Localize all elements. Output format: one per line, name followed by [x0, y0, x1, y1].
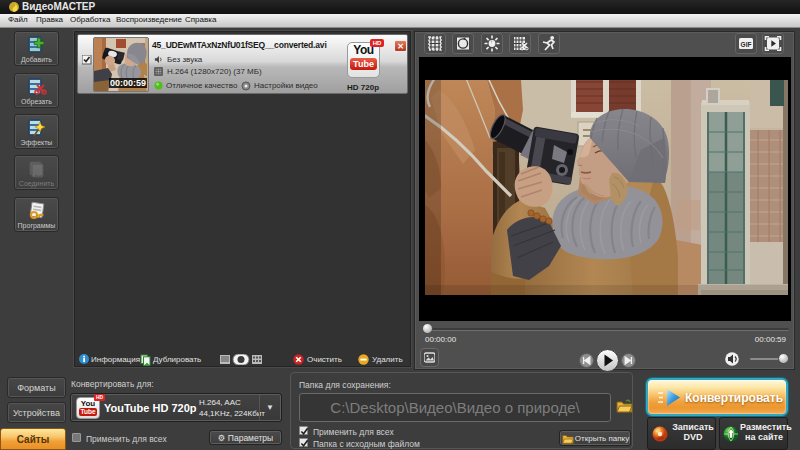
- svg-text:GIF: GIF: [741, 41, 752, 48]
